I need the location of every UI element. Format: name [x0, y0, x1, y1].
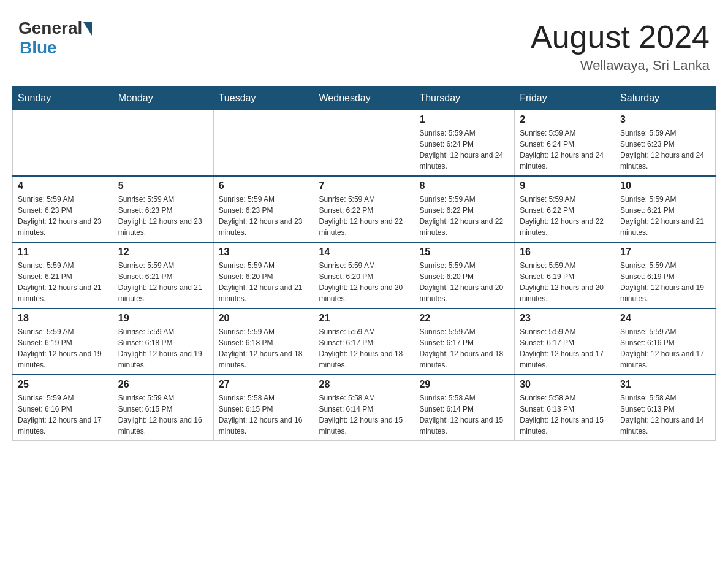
calendar-cell: 29Sunrise: 5:58 AMSunset: 6:14 PMDayligh…: [414, 375, 515, 441]
day-info: Sunrise: 5:59 AMSunset: 6:17 PMDaylight:…: [419, 326, 509, 370]
day-info: Sunrise: 5:59 AMSunset: 6:17 PMDaylight:…: [319, 326, 409, 370]
page-header: General Blue August 2024 Wellawaya, Sri …: [12, 12, 716, 74]
day-number: 15: [419, 247, 509, 258]
calendar-cell: 25Sunrise: 5:59 AMSunset: 6:16 PMDayligh…: [13, 375, 113, 441]
calendar-week-row: 18Sunrise: 5:59 AMSunset: 6:19 PMDayligh…: [13, 308, 716, 375]
day-number: 25: [18, 379, 108, 390]
day-number: 12: [118, 247, 208, 258]
calendar-week-row: 11Sunrise: 5:59 AMSunset: 6:21 PMDayligh…: [13, 242, 716, 308]
day-info: Sunrise: 5:59 AMSunset: 6:20 PMDaylight:…: [219, 260, 309, 304]
calendar-cell: 2Sunrise: 5:59 AMSunset: 6:24 PMDaylight…: [515, 110, 615, 177]
day-info: Sunrise: 5:59 AMSunset: 6:19 PMDaylight:…: [18, 326, 108, 370]
day-info: Sunrise: 5:59 AMSunset: 6:23 PMDaylight:…: [620, 128, 710, 172]
day-info: Sunrise: 5:59 AMSunset: 6:16 PMDaylight:…: [620, 326, 710, 370]
calendar-header-monday: Monday: [113, 86, 213, 110]
title-area: August 2024 Wellawaya, Sri Lanka: [531, 18, 710, 74]
calendar-table: SundayMondayTuesdayWednesdayThursdayFrid…: [12, 86, 716, 441]
calendar-cell: 8Sunrise: 5:59 AMSunset: 6:22 PMDaylight…: [414, 176, 515, 242]
calendar-cell: [213, 110, 314, 177]
day-info: Sunrise: 5:59 AMSunset: 6:16 PMDaylight:…: [18, 393, 108, 437]
day-number: 24: [620, 313, 710, 324]
day-number: 22: [419, 313, 509, 324]
day-number: 10: [620, 180, 710, 191]
calendar-cell: 14Sunrise: 5:59 AMSunset: 6:20 PMDayligh…: [314, 242, 414, 308]
day-info: Sunrise: 5:59 AMSunset: 6:23 PMDaylight:…: [219, 194, 309, 238]
day-info: Sunrise: 5:59 AMSunset: 6:24 PMDaylight:…: [419, 128, 509, 172]
calendar-cell: 19Sunrise: 5:59 AMSunset: 6:18 PMDayligh…: [113, 308, 213, 375]
day-info: Sunrise: 5:59 AMSunset: 6:23 PMDaylight:…: [118, 194, 208, 238]
day-number: 19: [118, 313, 208, 324]
day-info: Sunrise: 5:59 AMSunset: 6:22 PMDaylight:…: [319, 194, 409, 238]
calendar-cell: 1Sunrise: 5:59 AMSunset: 6:24 PMDaylight…: [414, 110, 515, 177]
day-number: 16: [520, 247, 610, 258]
calendar-cell: 3Sunrise: 5:59 AMSunset: 6:23 PMDaylight…: [615, 110, 716, 177]
calendar-cell: [113, 110, 213, 177]
location-subtitle: Wellawaya, Sri Lanka: [531, 58, 710, 74]
day-number: 7: [319, 180, 409, 191]
logo-arrow-icon: [83, 22, 92, 36]
day-info: Sunrise: 5:59 AMSunset: 6:22 PMDaylight:…: [419, 194, 509, 238]
day-number: 8: [419, 180, 509, 191]
logo: General Blue: [18, 18, 92, 58]
calendar-cell: 13Sunrise: 5:59 AMSunset: 6:20 PMDayligh…: [213, 242, 314, 308]
day-info: Sunrise: 5:58 AMSunset: 6:15 PMDaylight:…: [219, 393, 309, 437]
day-number: 18: [18, 313, 108, 324]
day-number: 28: [319, 379, 409, 390]
day-info: Sunrise: 5:58 AMSunset: 6:13 PMDaylight:…: [520, 393, 610, 437]
calendar-week-row: 1Sunrise: 5:59 AMSunset: 6:24 PMDaylight…: [13, 110, 716, 177]
day-number: 14: [319, 247, 409, 258]
calendar-cell: [13, 110, 113, 177]
calendar-header-friday: Friday: [515, 86, 615, 110]
calendar-cell: 27Sunrise: 5:58 AMSunset: 6:15 PMDayligh…: [213, 375, 314, 441]
calendar-cell: 23Sunrise: 5:59 AMSunset: 6:17 PMDayligh…: [515, 308, 615, 375]
calendar-cell: 6Sunrise: 5:59 AMSunset: 6:23 PMDaylight…: [213, 176, 314, 242]
day-info: Sunrise: 5:58 AMSunset: 6:14 PMDaylight:…: [319, 393, 409, 437]
calendar-cell: 7Sunrise: 5:59 AMSunset: 6:22 PMDaylight…: [314, 176, 414, 242]
day-info: Sunrise: 5:59 AMSunset: 6:21 PMDaylight:…: [620, 194, 710, 238]
day-number: 2: [520, 114, 610, 125]
day-info: Sunrise: 5:59 AMSunset: 6:19 PMDaylight:…: [620, 260, 710, 304]
day-info: Sunrise: 5:59 AMSunset: 6:18 PMDaylight:…: [219, 326, 309, 370]
month-title: August 2024: [531, 18, 710, 55]
day-number: 29: [419, 379, 509, 390]
calendar-cell: 21Sunrise: 5:59 AMSunset: 6:17 PMDayligh…: [314, 308, 414, 375]
calendar-cell: 15Sunrise: 5:59 AMSunset: 6:20 PMDayligh…: [414, 242, 515, 308]
calendar-cell: 4Sunrise: 5:59 AMSunset: 6:23 PMDaylight…: [13, 176, 113, 242]
day-number: 31: [620, 379, 710, 390]
day-info: Sunrise: 5:59 AMSunset: 6:20 PMDaylight:…: [419, 260, 509, 304]
day-number: 5: [118, 180, 208, 191]
day-number: 9: [520, 180, 610, 191]
day-info: Sunrise: 5:59 AMSunset: 6:18 PMDaylight:…: [118, 326, 208, 370]
calendar-cell: 11Sunrise: 5:59 AMSunset: 6:21 PMDayligh…: [13, 242, 113, 308]
calendar-header-row: SundayMondayTuesdayWednesdayThursdayFrid…: [13, 86, 716, 110]
calendar-cell: 24Sunrise: 5:59 AMSunset: 6:16 PMDayligh…: [615, 308, 716, 375]
calendar-cell: 22Sunrise: 5:59 AMSunset: 6:17 PMDayligh…: [414, 308, 515, 375]
calendar-week-row: 4Sunrise: 5:59 AMSunset: 6:23 PMDaylight…: [13, 176, 716, 242]
calendar-header-tuesday: Tuesday: [213, 86, 314, 110]
day-number: 27: [219, 379, 309, 390]
day-number: 30: [520, 379, 610, 390]
calendar-cell: 17Sunrise: 5:59 AMSunset: 6:19 PMDayligh…: [615, 242, 716, 308]
calendar-cell: 31Sunrise: 5:58 AMSunset: 6:13 PMDayligh…: [615, 375, 716, 441]
calendar-cell: 5Sunrise: 5:59 AMSunset: 6:23 PMDaylight…: [113, 176, 213, 242]
calendar-cell: 16Sunrise: 5:59 AMSunset: 6:19 PMDayligh…: [515, 242, 615, 308]
logo-blue-text: Blue: [20, 38, 57, 58]
day-info: Sunrise: 5:59 AMSunset: 6:24 PMDaylight:…: [520, 128, 610, 172]
day-info: Sunrise: 5:59 AMSunset: 6:21 PMDaylight:…: [18, 260, 108, 304]
day-info: Sunrise: 5:59 AMSunset: 6:15 PMDaylight:…: [118, 393, 208, 437]
calendar-cell: 20Sunrise: 5:59 AMSunset: 6:18 PMDayligh…: [213, 308, 314, 375]
day-number: 13: [219, 247, 309, 258]
calendar-header-wednesday: Wednesday: [314, 86, 414, 110]
calendar-header-thursday: Thursday: [414, 86, 515, 110]
calendar-cell: 26Sunrise: 5:59 AMSunset: 6:15 PMDayligh…: [113, 375, 213, 441]
day-info: Sunrise: 5:59 AMSunset: 6:20 PMDaylight:…: [319, 260, 409, 304]
calendar-week-row: 25Sunrise: 5:59 AMSunset: 6:16 PMDayligh…: [13, 375, 716, 441]
day-number: 11: [18, 247, 108, 258]
day-info: Sunrise: 5:59 AMSunset: 6:19 PMDaylight:…: [520, 260, 610, 304]
calendar-cell: 30Sunrise: 5:58 AMSunset: 6:13 PMDayligh…: [515, 375, 615, 441]
calendar-cell: 12Sunrise: 5:59 AMSunset: 6:21 PMDayligh…: [113, 242, 213, 308]
day-number: 1: [419, 114, 509, 125]
calendar-cell: 18Sunrise: 5:59 AMSunset: 6:19 PMDayligh…: [13, 308, 113, 375]
calendar-header-saturday: Saturday: [615, 86, 716, 110]
day-number: 4: [18, 180, 108, 191]
